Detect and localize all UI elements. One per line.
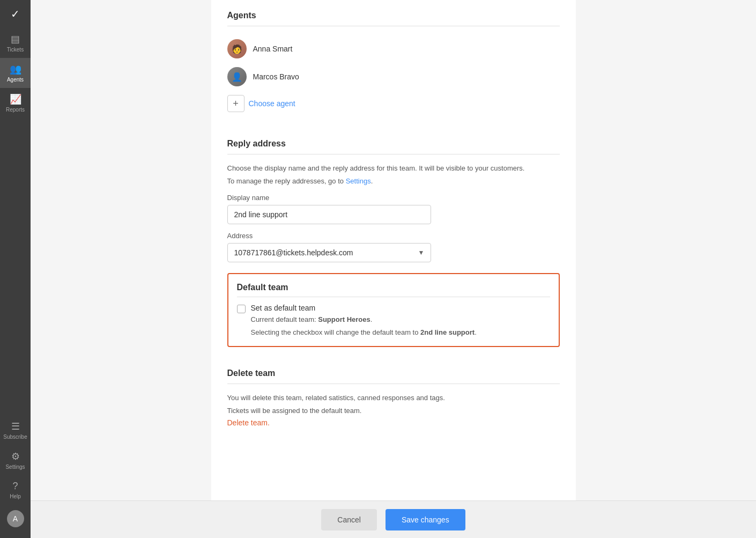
sidebar-label-subscribe: Subscribe — [3, 434, 27, 440]
delete-team-link[interactable]: Delete team. — [227, 418, 270, 427]
sidebar-bottom: ☰ Subscribe ⚙ Settings ? Help A — [0, 415, 31, 538]
plus-icon: + — [227, 95, 244, 112]
display-name-label: Display name — [227, 194, 560, 202]
address-select[interactable]: 1078717861@tickets.helpdesk.com — [227, 243, 431, 262]
delete-team-title: Delete team — [227, 358, 560, 384]
page-content: Agents 🧑 Anna Smart 👤 Marcos Bravo + Cho… — [211, 0, 576, 500]
sidebar-label-help: Help — [10, 493, 21, 499]
tickets-icon: ▤ — [11, 33, 20, 45]
agent-avatar-anna: 🧑 — [227, 39, 247, 58]
display-name-input[interactable] — [227, 205, 431, 224]
change-default-info: Selecting the checkbox will change the d… — [251, 327, 477, 338]
reply-address-desc1: Choose the display name and the reply ad… — [227, 163, 560, 174]
current-default-team-name: Support Heroes — [318, 315, 370, 323]
footer-bar: Cancel Save changes — [31, 500, 756, 538]
sidebar-logo: ✓ — [0, 0, 31, 28]
agent-name-anna: Anna Smart — [253, 45, 293, 53]
reply-address-section: Reply address Choose the display name an… — [227, 128, 560, 262]
user-avatar: A — [7, 510, 24, 527]
help-icon: ? — [12, 481, 18, 492]
agent-avatar-marcos: 👤 — [227, 67, 247, 86]
reply-address-desc2: To manage the reply addresses, go to Set… — [227, 176, 560, 187]
change-team-name: 2nd line support — [420, 328, 475, 336]
right-panel: Agents 🧑 Anna Smart 👤 Marcos Bravo + Cho… — [31, 0, 756, 500]
delete-team-section: Delete team You will delete this team, r… — [227, 358, 560, 428]
subscribe-icon: ☰ — [11, 421, 20, 432]
settings-link[interactable]: Settings — [346, 177, 371, 185]
sidebar-label-reports: Reports — [6, 107, 25, 113]
agent-row-anna: 🧑 Anna Smart — [227, 35, 560, 63]
default-team-checkbox[interactable] — [237, 305, 246, 313]
address-select-wrapper: 1078717861@tickets.helpdesk.com ▼ — [227, 243, 431, 262]
default-team-checkbox-row: Set as default team Current default team… — [237, 304, 550, 337]
user-avatar-button[interactable]: A — [0, 505, 31, 538]
sidebar-item-help[interactable]: ? Help — [0, 475, 31, 505]
sidebar-label-agents: Agents — [7, 77, 24, 83]
sidebar-label-tickets: Tickets — [7, 47, 24, 53]
reply-address-divider — [227, 154, 560, 154]
set-default-label: Set as default team — [251, 304, 316, 312]
address-label: Address — [227, 232, 560, 240]
delete-desc-line1: You will delete this team, related satis… — [227, 393, 560, 403]
default-team-title: Default team — [237, 283, 550, 297]
sidebar-item-tickets[interactable]: ▤ Tickets — [0, 28, 31, 58]
sidebar-item-agents[interactable]: 👥 Agents — [0, 58, 31, 88]
reply-address-title: Reply address — [227, 128, 560, 154]
default-team-label-wrap: Set as default team Current default team… — [251, 304, 477, 337]
sidebar-item-settings[interactable]: ⚙ Settings — [0, 445, 31, 475]
default-team-section: Default team Set as default team Current… — [227, 273, 560, 347]
sidebar-label-settings: Settings — [5, 464, 25, 470]
sidebar: ✓ ▤ Tickets 👥 Agents 📈 Reports ☰ Subscri… — [0, 0, 31, 538]
agents-icon: 👥 — [10, 63, 21, 75]
main-wrapper: Agents 🧑 Anna Smart 👤 Marcos Bravo + Cho… — [31, 0, 756, 538]
sidebar-item-subscribe[interactable]: ☰ Subscribe — [0, 415, 31, 445]
agent-name-marcos: Marcos Bravo — [253, 72, 299, 81]
current-default-info: Current default team: Support Heroes. — [251, 314, 477, 325]
agent-row-marcos: 👤 Marcos Bravo — [227, 63, 560, 91]
agents-divider — [227, 26, 560, 26]
choose-agent-label: Choose agent — [249, 99, 295, 108]
settings-icon: ⚙ — [11, 451, 20, 462]
reports-icon: 📈 — [10, 93, 21, 105]
logo-icon: ✓ — [11, 8, 20, 20]
cancel-button[interactable]: Cancel — [321, 509, 377, 530]
content-wrapper: Agents 🧑 Anna Smart 👤 Marcos Bravo + Cho… — [31, 0, 756, 500]
sidebar-item-reports[interactable]: 📈 Reports — [0, 88, 31, 118]
choose-agent-button[interactable]: + Choose agent — [227, 95, 560, 112]
save-changes-button[interactable]: Save changes — [386, 509, 465, 530]
default-team-divider — [237, 297, 550, 297]
delete-team-divider — [227, 384, 560, 384]
delete-desc-line2: Tickets will be assigned to the default … — [227, 406, 560, 416]
agents-section-title: Agents — [227, 0, 560, 26]
avatar-initial: A — [13, 514, 18, 523]
